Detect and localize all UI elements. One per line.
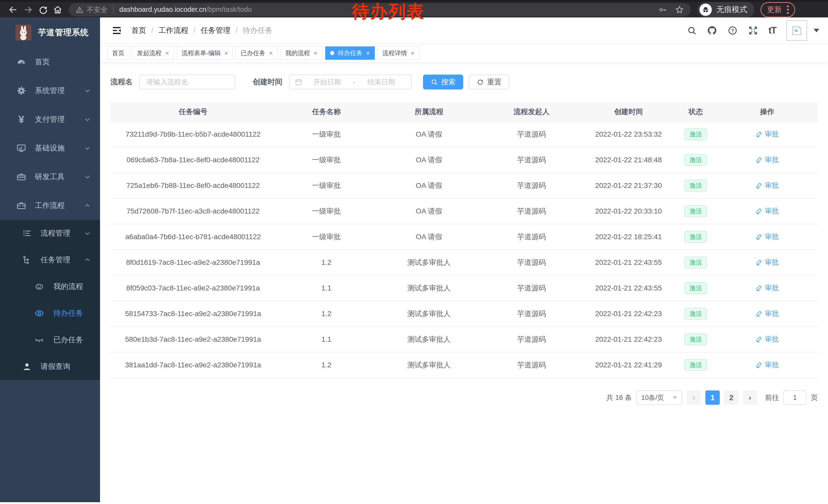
- approve-link[interactable]: 审批: [756, 334, 779, 344]
- github-button[interactable]: [707, 26, 717, 36]
- tab-close-icon[interactable]: ×: [314, 50, 318, 56]
- sidebar-item-todo-task[interactable]: 待办任务: [0, 300, 100, 327]
- sidebar-collapse-button[interactable]: [111, 25, 122, 36]
- approve-link[interactable]: 审批: [756, 207, 779, 216]
- org-tree-icon: [22, 255, 32, 265]
- eye-icon: [34, 308, 45, 319]
- status-badge: 激活: [685, 154, 707, 166]
- table-row: 8f059c03-7ac8-11ec-a9e2-a2380e71991a 1.1…: [110, 275, 818, 301]
- chevron-down-icon: [84, 144, 91, 152]
- tab-label: 待办任务: [338, 49, 363, 57]
- url-path: /bpm/task/todo: [206, 6, 252, 13]
- sidebar-item-payment[interactable]: ¥ 支付管理: [0, 105, 100, 134]
- fullscreen-icon: [748, 26, 758, 36]
- sidebar-item-my-process[interactable]: 我的流程: [0, 273, 100, 300]
- breadcrumb-workflow[interactable]: 工作流程: [159, 26, 188, 36]
- avatar-caret-icon[interactable]: [814, 29, 819, 32]
- cell-process: 测试多审批人: [377, 352, 481, 378]
- sidebar-item-task-management[interactable]: 任务管理: [0, 246, 100, 273]
- prev-page-button[interactable]: ‹: [687, 391, 701, 405]
- table-row: 069c6a63-7b8a-11ec-8ef0-acde48001122 一级审…: [110, 147, 818, 173]
- table-row: 58154733-7ac8-11ec-a9e2-a2380e71991a 1.2…: [110, 301, 818, 327]
- approve-link[interactable]: 审批: [756, 283, 779, 292]
- cell-process: 测试多审批人: [377, 327, 481, 352]
- tab-close-icon[interactable]: ×: [269, 50, 273, 56]
- create-time-range-picker[interactable]: 开始日期 - 结束日期: [289, 75, 412, 89]
- cell-task-name: 一级审批: [276, 122, 377, 147]
- sidebar-item-system[interactable]: 系统管理: [0, 77, 100, 105]
- tab-close-icon[interactable]: ×: [411, 50, 415, 56]
- cell-initiator: 芋道源码: [481, 275, 582, 301]
- chevron-down-icon: [672, 396, 677, 399]
- sidebar-item-devtools[interactable]: 研发工具: [0, 163, 100, 191]
- sidebar-item-workflow[interactable]: 工作流程: [0, 191, 100, 220]
- sidebar-item-label: 研发工具: [35, 172, 75, 182]
- approve-link[interactable]: 审批: [756, 130, 779, 139]
- breadcrumb-task-management[interactable]: 任务管理: [201, 26, 230, 36]
- key-icon[interactable]: [658, 5, 667, 14]
- browser-back-button[interactable]: [6, 3, 20, 17]
- tab-process-detail[interactable]: 流程详情×: [378, 46, 419, 60]
- page-size-select[interactable]: 10条/页: [636, 391, 682, 405]
- cell-task-name: 1.2: [276, 352, 377, 378]
- approve-link[interactable]: 审批: [756, 360, 779, 369]
- cell-create-time: 2022-01-22 23:53:32: [582, 122, 675, 147]
- goto-page-input[interactable]: [783, 391, 806, 405]
- tab-home[interactable]: 首页: [107, 46, 129, 60]
- tab-todo-task[interactable]: 待办任务×: [325, 46, 375, 60]
- font-size-button[interactable]: tT: [769, 25, 776, 36]
- process-name-input[interactable]: [139, 75, 235, 89]
- search-button[interactable]: 搜索: [423, 75, 463, 89]
- breadcrumb-separator: /: [236, 26, 238, 35]
- tab-start-process[interactable]: 发起流程×: [132, 46, 174, 60]
- incognito-label: 无痕模式: [716, 4, 747, 15]
- sidebar-item-label: 工作流程: [35, 200, 75, 211]
- incognito-icon: [700, 4, 712, 16]
- user-avatar[interactable]: [786, 20, 807, 41]
- tab-my-process[interactable]: 我的流程×: [281, 46, 322, 60]
- bookmark-star-icon[interactable]: [675, 5, 684, 14]
- sidebar-item-infrastructure[interactable]: 基础设施: [0, 134, 100, 163]
- cell-initiator: 芋道源码: [481, 147, 582, 173]
- browser-home-button[interactable]: [50, 3, 65, 17]
- tab-close-icon[interactable]: ×: [366, 50, 370, 56]
- todo-task-table: 任务编号 任务名称 所属流程 流程发起人 创建时间 状态 操作 73211d9d…: [110, 102, 818, 378]
- breadcrumb-home[interactable]: 首页: [131, 26, 146, 36]
- sidebar-item-process-management[interactable]: 流程管理: [0, 220, 100, 246]
- column-action: 操作: [717, 102, 818, 122]
- approve-link[interactable]: 审批: [756, 232, 779, 241]
- browser-menu-icon[interactable]: [787, 5, 789, 14]
- tab-close-icon[interactable]: ×: [165, 50, 169, 56]
- cell-process: OA 请假: [377, 173, 481, 198]
- approve-link[interactable]: 审批: [756, 309, 779, 318]
- page-button-2[interactable]: 2: [724, 391, 739, 405]
- workflow-submenu: 流程管理 任务管理 我的流程: [0, 220, 100, 380]
- cell-task-id: 75d72608-7b7f-11ec-a3c8-acde48001122: [110, 198, 276, 224]
- yen-icon: ¥: [16, 114, 27, 125]
- browser-forward-button[interactable]: [20, 3, 35, 17]
- chevron-down-icon: [84, 87, 91, 95]
- status-badge: 激活: [685, 282, 707, 294]
- sidebar-item-label: 请假查询: [41, 362, 91, 372]
- approve-link[interactable]: 审批: [756, 155, 779, 164]
- next-page-button[interactable]: ›: [743, 391, 757, 405]
- forward-icon: [23, 5, 33, 15]
- header-search-button[interactable]: [687, 26, 697, 35]
- sidebar-item-leave-query[interactable]: 请假查询: [0, 353, 100, 380]
- browser-reload-button[interactable]: [35, 3, 50, 17]
- reset-button[interactable]: 重置: [469, 75, 509, 89]
- approve-link[interactable]: 审批: [756, 258, 779, 267]
- approve-link[interactable]: 审批: [756, 181, 779, 190]
- tab-close-icon[interactable]: ×: [224, 50, 228, 56]
- browser-update-button[interactable]: 更新: [760, 2, 795, 17]
- end-date-placeholder: 结束日期: [357, 78, 406, 87]
- fullscreen-button[interactable]: [748, 26, 758, 36]
- cell-create-time: 2022-01-21 22:41:29: [582, 352, 675, 378]
- sidebar-item-done-task[interactable]: 已办任务: [0, 327, 100, 353]
- table-row: a6aba0a4-7b6d-11ec-b781-acde48001122 一级审…: [110, 224, 818, 250]
- help-button[interactable]: ?: [728, 26, 738, 36]
- tab-done-task[interactable]: 已办任务×: [236, 46, 278, 60]
- tab-process-form-edit[interactable]: 流程表单-编辑×: [177, 46, 233, 60]
- sidebar-item-home[interactable]: 首页: [0, 48, 100, 77]
- page-button-1[interactable]: 1: [705, 391, 720, 405]
